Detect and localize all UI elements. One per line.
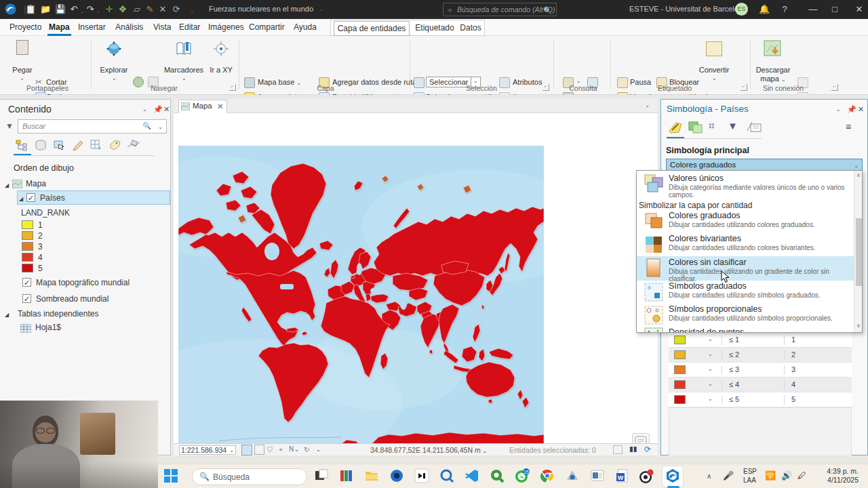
- sombreado-checkbox[interactable]: ✓: [22, 294, 31, 303]
- vary-symbology-tab-icon[interactable]: [687, 120, 705, 135]
- legend-swatch-4[interactable]: [22, 253, 33, 262]
- tab-vista[interactable]: Vista: [152, 19, 172, 36]
- tray-expand-icon[interactable]: ∧: [707, 472, 711, 480]
- pen-icon[interactable]: 🖊: [797, 470, 806, 481]
- refresh-icon[interactable]: ⟳: [170, 3, 182, 16]
- map-canvas[interactable]: [174, 113, 658, 443]
- class-row-1[interactable]: ⌄ ≤ 1 1: [669, 333, 852, 348]
- search-chevron-icon[interactable]: ⌄: [158, 124, 163, 130]
- measure-icon[interactable]: ✎: [144, 3, 156, 16]
- task-view-icon[interactable]: [313, 468, 330, 485]
- tab-mapa[interactable]: Mapa: [47, 19, 71, 36]
- q-search-icon[interactable]: [439, 468, 455, 485]
- word-icon[interactable]: W: [614, 468, 631, 485]
- qgis-icon[interactable]: [489, 468, 505, 485]
- class-row-5[interactable]: ⌄ ≤ 5 5: [669, 392, 852, 407]
- pause-labels-icon[interactable]: [617, 77, 628, 88]
- account-name[interactable]: ESTEVE - Universitat de Barcelona: [629, 5, 747, 13]
- class-chevron-2[interactable]: ⌄: [708, 351, 713, 357]
- list-by-drawing-order-icon[interactable]: [15, 139, 28, 151]
- symbology-menu-chevron-icon[interactable]: ⌄: [836, 106, 841, 113]
- class-chevron-1[interactable]: ⌄: [708, 336, 713, 342]
- tree-item-sombreado[interactable]: Sombreado mundial: [36, 294, 108, 304]
- list-by-labeling-icon[interactable]: [108, 139, 122, 151]
- language-indicator[interactable]: ESPLAA: [743, 467, 757, 485]
- symbology-type-select[interactable]: Colores graduados ⌄: [666, 159, 863, 171]
- grid-icon[interactable]: [254, 445, 264, 455]
- scale-select[interactable]: 1:221.586.934 ⌄: [179, 445, 236, 455]
- menu-item-densidad-de-puntos[interactable]: Densidad de puntos: [637, 327, 854, 333]
- navegar-launcher-icon[interactable]: ⌐: [229, 84, 236, 91]
- wifi-icon[interactable]: 🛜: [765, 470, 776, 481]
- volume-icon[interactable]: 🔊: [781, 470, 792, 481]
- pegman-icon[interactable]: ⛉: [267, 445, 273, 454]
- save-icon[interactable]: 💾: [54, 3, 66, 16]
- menu-item-colores-graduados[interactable]: Colores graduados Dibujar cantidades uti…: [637, 210, 854, 233]
- help-icon[interactable]: ?: [778, 3, 791, 16]
- attributes-button[interactable]: Atributos: [513, 78, 542, 86]
- class-row-3[interactable]: ⌄ ≤ 3 3: [669, 363, 852, 378]
- paste-icon[interactable]: 📋: [24, 3, 37, 16]
- paises-expand-arrow[interactable]: ◢: [19, 196, 23, 202]
- contents-menu-chevron-icon[interactable]: ⌄: [142, 106, 147, 113]
- class-swatch-3[interactable]: [674, 365, 686, 374]
- scrollbar-thumb[interactable]: [856, 218, 862, 286]
- tab-proyecto[interactable]: Proyecto: [8, 19, 43, 36]
- symbol-layer-tab-icon[interactable]: ⌗: [709, 120, 726, 135]
- sin-conexion-launcher-icon[interactable]: ⌐: [831, 84, 838, 91]
- scale-symbology-tab-icon[interactable]: [745, 120, 763, 135]
- delete-icon[interactable]: ✕: [157, 3, 169, 16]
- toolbar-chevron-icon[interactable]: ⌄: [186, 5, 198, 18]
- view-tab-mapa[interactable]: Mapa ✕: [178, 100, 227, 113]
- menu-hamburger-icon[interactable]: ≡: [846, 121, 851, 132]
- tree-item-paises[interactable]: ◢ ✓ Países: [17, 190, 170, 205]
- legend-swatch-3[interactable]: [22, 242, 33, 251]
- list-by-data-source-icon[interactable]: [34, 139, 47, 151]
- view-tab-close-icon[interactable]: ✕: [217, 102, 224, 111]
- menu-item-colores-sin-clasificar[interactable]: Colores sin clasificar Dibuja cantidades…: [637, 256, 854, 281]
- scroll-up-icon[interactable]: ∧: [856, 172, 861, 178]
- avatar[interactable]: ES: [735, 3, 748, 16]
- clock[interactable]: 4:39 p. m.4/11/2025: [818, 467, 859, 485]
- powerpoint-icon[interactable]: [589, 468, 606, 485]
- map-expand-arrow[interactable]: ◢: [5, 182, 9, 188]
- primary-symbology-tab-icon[interactable]: [667, 120, 684, 135]
- project-title[interactable]: Fuerzas nucleares en el mundo: [209, 5, 313, 13]
- list-by-snapping-icon[interactable]: +: [90, 139, 103, 151]
- tools-chevron-icon[interactable]: ⌄: [316, 447, 321, 453]
- seleccion-launcher-icon[interactable]: ⌐: [542, 84, 549, 91]
- select-tool-icon[interactable]: [414, 77, 425, 88]
- selection-box-icon[interactable]: [613, 445, 623, 454]
- legend-swatch-5[interactable]: [22, 264, 33, 272]
- scroll-down-icon[interactable]: ∨: [856, 323, 861, 329]
- class-swatch-5[interactable]: [674, 395, 686, 404]
- class-swatch-2[interactable]: [674, 350, 686, 359]
- list-by-perspective-icon[interactable]: [126, 139, 141, 151]
- start-button[interactable]: [163, 468, 179, 485]
- notifications-icon[interactable]: 🔔: [758, 3, 770, 16]
- maximize-icon[interactable]: □: [829, 3, 841, 16]
- tab-datos[interactable]: Datos: [457, 21, 484, 36]
- filter-icon[interactable]: ▼: [5, 121, 14, 131]
- select-polygon-icon[interactable]: ▱: [131, 3, 143, 16]
- menu-item-colores-bivariantes[interactable]: Colores bivariantes Dibujar cantidades u…: [637, 233, 854, 256]
- minimize-icon[interactable]: —: [807, 3, 819, 16]
- file-explorer-icon[interactable]: [363, 468, 380, 485]
- drive-app-icon[interactable]: [564, 468, 580, 485]
- taskbar-search[interactable]: 🔍 Búsqueda: [192, 468, 307, 485]
- paises-checkbox[interactable]: ✓: [26, 193, 35, 202]
- tree-item-hoja1[interactable]: Hoja1$: [35, 323, 61, 332]
- tabstrip-chevron-icon[interactable]: ⌄: [645, 102, 650, 108]
- pause-drawing-icon[interactable]: ▮▮: [629, 445, 637, 453]
- tab-ayuda[interactable]: Ayuda: [292, 19, 318, 36]
- tab-etiquetado[interactable]: Etiquetado: [414, 21, 456, 36]
- tab-imagenes[interactable]: Imágenes: [207, 19, 245, 36]
- tab-analisis[interactable]: Análisis: [114, 19, 144, 36]
- basemap-icon[interactable]: [244, 77, 255, 88]
- measure-chevron-icon[interactable]: ⌄: [576, 78, 581, 84]
- blue-app-icon[interactable]: [389, 468, 405, 485]
- class-chevron-4[interactable]: ⌄: [708, 381, 713, 387]
- class-chevron-5[interactable]: ⌄: [708, 396, 713, 402]
- obs-icon[interactable]: [638, 468, 654, 485]
- tables-expand-arrow[interactable]: ◢: [5, 312, 9, 318]
